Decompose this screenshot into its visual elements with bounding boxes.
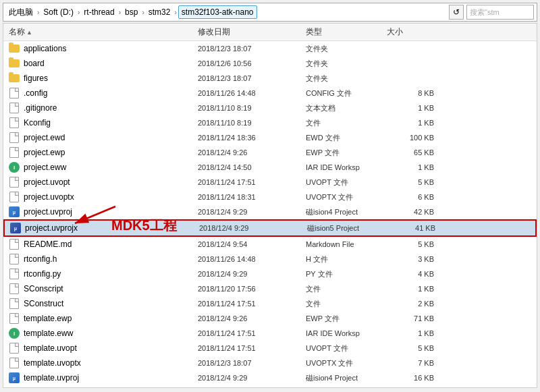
uvprojx-icon: μ: [9, 387, 20, 388]
list-item[interactable]: project.ewd 2018/11/24 18:36 EWD 文件 100 …: [3, 130, 537, 145]
file-name: template.eww: [24, 329, 73, 338]
breadcrumb-pc[interactable]: 此电脑: [6, 5, 36, 20]
list-item[interactable]: μ project.uvprojx 2018/12/4 9:29 磁ision5…: [3, 219, 537, 237]
file-date: 2018/11/10 8:19: [198, 104, 306, 112]
file-type: UVOPTX 文件: [306, 358, 387, 368]
file-type: 磁ision5 Project: [306, 388, 387, 389]
iar-icon: I: [9, 162, 20, 173]
list-item[interactable]: μ template.uvproj 2018/12/4 9:29 磁ision4…: [3, 370, 537, 385]
col-date-header[interactable]: 修改日期: [198, 26, 306, 38]
col-name-header[interactable]: 名称 ▲: [9, 26, 198, 38]
file-date: 2018/12/4 9:26: [198, 148, 306, 157]
file-date: 2018/11/26 14:48: [198, 89, 306, 97]
file-date: 2018/11/20 17:56: [198, 285, 306, 293]
breadcrumb-current[interactable]: stm32f103-atk-nano: [178, 5, 257, 19]
file-date: 2018/11/24 18:31: [198, 193, 306, 201]
file-icon: [9, 177, 20, 188]
file-type: 文件夹: [306, 74, 387, 84]
file-date: 2018/12/4 9:26: [198, 314, 306, 323]
file-name-cell: template.ewp: [9, 313, 198, 324]
list-item[interactable]: applications 2018/12/3 18:07 文件夹: [3, 41, 537, 56]
file-name-cell: μ template.uvprojx: [9, 387, 198, 388]
file-name: project.uvoptx: [24, 192, 74, 202]
file-name-cell: μ project.uvproj: [9, 206, 198, 217]
file-date: 2018/12/3 18:07: [198, 74, 306, 82]
file-type: 文件: [306, 118, 387, 128]
file-list-wrapper: 名称 ▲ 修改日期 类型 大小 applications 2018/12/3 1…: [3, 24, 537, 388]
list-item[interactable]: board 2018/12/6 10:56 文件夹: [3, 56, 537, 71]
file-name: SConstruct: [24, 299, 63, 308]
file-type: 文件夹: [306, 44, 387, 54]
file-type: EWD 文件: [306, 133, 387, 143]
list-item[interactable]: SConscript 2018/11/20 17:56 文件 1 KB: [3, 281, 537, 296]
file-icon: [9, 313, 20, 324]
file-name-cell: μ template.uvproj: [9, 372, 198, 383]
folder-icon: [9, 43, 20, 54]
list-item[interactable]: .config 2018/11/26 14:48 CONFIG 文件 8 KB: [3, 86, 537, 101]
breadcrumb: 此电脑 › Soft (D:) › rt-thread › bsp › stm3…: [6, 5, 449, 20]
list-item[interactable]: figures 2018/12/3 18:07 文件夹: [3, 71, 537, 86]
list-item[interactable]: template.uvoptx 2018/12/3 18:07 UVOPTX 文…: [3, 356, 537, 370]
col-type-header[interactable]: 类型: [306, 26, 387, 38]
list-item[interactable]: I template.eww 2018/11/24 17:51 IAR IDE …: [3, 326, 537, 341]
file-icon: [9, 298, 20, 309]
list-item[interactable]: project.uvoptx 2018/11/24 18:31 UVOPTX 文…: [3, 190, 537, 204]
list-item[interactable]: SConstruct 2018/11/24 17:51 文件 2 KB: [3, 296, 537, 311]
search-box[interactable]: 搜索"stm: [466, 5, 534, 20]
sort-arrow-icon: ▲: [26, 29, 32, 36]
file-date: 2018/12/3 18:07: [198, 359, 306, 367]
file-name: figures: [24, 74, 48, 83]
file-icon: [9, 88, 20, 99]
refresh-button[interactable]: ↺: [449, 5, 464, 20]
address-bar[interactable]: 此电脑 › Soft (D:) › rt-thread › bsp › stm3…: [3, 3, 537, 22]
breadcrumb-bsp[interactable]: bsp: [122, 6, 140, 18]
file-name: rtconfig.h: [24, 254, 57, 264]
file-name-cell: board: [9, 58, 198, 69]
file-date: 2018/11/24 17:51: [198, 344, 306, 352]
uvproj-icon: μ: [9, 206, 20, 217]
file-size: 16 KB: [387, 374, 441, 382]
file-size: 2 KB: [387, 300, 441, 308]
file-name: Kconfig: [24, 118, 51, 128]
file-type: 文本文档: [306, 103, 387, 113]
file-type: EWP 文件: [306, 148, 387, 158]
file-name-cell: I template.eww: [9, 328, 198, 339]
file-name: board: [24, 59, 45, 68]
file-name: project.ewd: [24, 133, 65, 142]
list-item[interactable]: project.uvopt 2018/11/24 17:51 UVOPT 文件 …: [3, 175, 537, 190]
iar-icon: I: [9, 328, 20, 339]
file-size: 42 KB: [387, 208, 441, 216]
col-size-header[interactable]: 大小: [387, 26, 441, 38]
file-size: 7 KB: [387, 359, 441, 367]
file-size: 4 KB: [387, 270, 441, 278]
list-item[interactable]: rtconfig.py 2018/12/4 9:29 PY 文件 4 KB: [3, 267, 537, 281]
list-item[interactable]: .gitignore 2018/11/10 8:19 文本文档 1 KB: [3, 101, 537, 115]
file-type: PY 文件: [306, 269, 387, 279]
file-date: 2018/11/24 18:36: [198, 134, 306, 142]
list-item[interactable]: template.ewp 2018/12/4 9:26 EWP 文件 71 KB: [3, 311, 537, 326]
file-name-cell: I project.eww: [9, 162, 198, 173]
breadcrumb-rt[interactable]: rt-thread: [81, 6, 117, 18]
list-item[interactable]: README.md 2018/12/4 9:54 Markdown File 5…: [3, 237, 537, 252]
list-item[interactable]: template.uvopt 2018/11/24 17:51 UVOPT 文件…: [3, 341, 537, 356]
file-name: project.uvprojx: [25, 223, 78, 233]
file-icon: [9, 358, 20, 368]
file-icon: [9, 147, 20, 158]
file-size: 8 KB: [387, 89, 441, 97]
breadcrumb-d[interactable]: Soft (D:): [40, 6, 76, 18]
list-item[interactable]: project.ewp 2018/12/4 9:26 EWP 文件 65 KB: [3, 145, 537, 160]
list-item[interactable]: I project.eww 2018/12/4 14:50 IAR IDE Wo…: [3, 160, 537, 175]
file-name-cell: template.uvopt: [9, 343, 198, 354]
folder-icon: [9, 58, 20, 69]
file-name-cell: applications: [9, 43, 198, 54]
file-name-cell: project.uvoptx: [9, 192, 198, 202]
list-item[interactable]: μ template.uvprojx 2018/12/4 9:29 磁ision…: [3, 385, 537, 388]
file-date: 2018/12/4 9:29: [198, 208, 306, 216]
list-item[interactable]: μ project.uvproj 2018/12/4 9:29 磁ision4 …: [3, 204, 537, 219]
file-icon: [9, 103, 20, 113]
file-name: .config: [24, 88, 47, 98]
breadcrumb-stm32[interactable]: stm32: [146, 6, 173, 18]
file-size: 1 KB: [387, 285, 441, 293]
list-item[interactable]: Kconfig 2018/11/10 8:19 文件 1 KB: [3, 115, 537, 130]
list-item[interactable]: rtconfig.h 2018/11/26 14:48 H 文件 3 KB: [3, 252, 537, 267]
